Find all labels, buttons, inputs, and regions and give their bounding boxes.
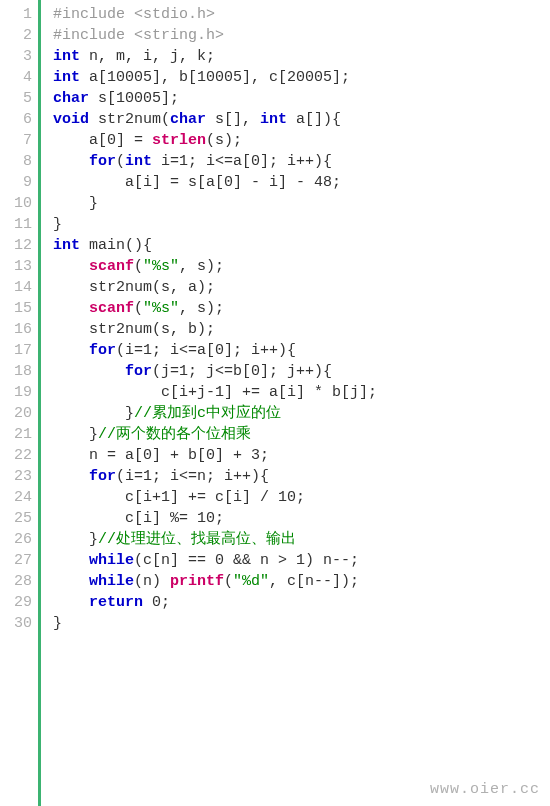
code-line: while(c[n] == 0 && n > 1) n--; — [53, 550, 550, 571]
code-line: return 0; — [53, 592, 550, 613]
code-area: #include <stdio.h>#include <string.h>int… — [41, 0, 550, 806]
token-p — [53, 342, 89, 359]
line-number: 5 — [0, 88, 32, 109]
token-p: main(){ — [80, 237, 152, 254]
code-line: scanf("%s", s); — [53, 298, 550, 319]
token-p: } — [53, 216, 62, 233]
line-number: 9 — [0, 172, 32, 193]
line-number: 25 — [0, 508, 32, 529]
line-number: 6 — [0, 109, 32, 130]
token-cmt: //累加到c中对应的位 — [134, 405, 281, 422]
line-number: 23 — [0, 466, 32, 487]
code-line: for(j=1; j<=b[0]; j++){ — [53, 361, 550, 382]
code-line: int a[10005], b[10005], c[20005]; — [53, 67, 550, 88]
token-p: s[], — [206, 111, 260, 128]
token-p: c[i] %= 10; — [53, 510, 224, 527]
watermark: www.oier.cc — [430, 779, 540, 800]
line-number: 15 — [0, 298, 32, 319]
code-line: #include <stdio.h> — [53, 4, 550, 25]
code-line: scanf("%s", s); — [53, 256, 550, 277]
token-str: "%d" — [233, 573, 269, 590]
line-number: 20 — [0, 403, 32, 424]
line-number: 29 — [0, 592, 32, 613]
token-kw: for — [89, 153, 116, 170]
code-line: c[i+1] += c[i] / 10; — [53, 487, 550, 508]
token-pp: #include <string.h> — [53, 27, 224, 44]
code-line: void str2num(char s[], int a[]){ — [53, 109, 550, 130]
token-str: "%s" — [143, 258, 179, 275]
line-number: 11 — [0, 214, 32, 235]
token-kw: for — [89, 468, 116, 485]
code-line: }//累加到c中对应的位 — [53, 403, 550, 424]
token-kw: int — [260, 111, 287, 128]
line-number: 27 — [0, 550, 32, 571]
code-editor: 1234567891011121314151617181920212223242… — [0, 0, 550, 806]
line-number: 19 — [0, 382, 32, 403]
token-lib: printf — [170, 573, 224, 590]
code-line: }//处理进位、找最高位、输出 — [53, 529, 550, 550]
token-p: (c[n] == 0 && n > 1) n--; — [134, 552, 359, 569]
code-line: } — [53, 193, 550, 214]
code-line: for(i=1; i<=a[0]; i++){ — [53, 340, 550, 361]
code-line: char s[10005]; — [53, 88, 550, 109]
token-p: ( — [134, 300, 143, 317]
line-number: 7 — [0, 130, 32, 151]
token-p — [53, 594, 89, 611]
code-line: n = a[0] + b[0] + 3; — [53, 445, 550, 466]
token-p: c[i+j-1] += a[i] * b[j]; — [53, 384, 377, 401]
token-p: 0; — [143, 594, 170, 611]
token-kw: int — [53, 237, 80, 254]
code-line: int main(){ — [53, 235, 550, 256]
token-kw: while — [89, 573, 134, 590]
line-number: 10 — [0, 193, 32, 214]
token-p: str2num(s, b); — [53, 321, 215, 338]
line-number-gutter: 1234567891011121314151617181920212223242… — [0, 0, 38, 806]
token-p: a[]){ — [287, 111, 341, 128]
line-number: 4 — [0, 67, 32, 88]
line-number: 18 — [0, 361, 32, 382]
token-p: ( — [116, 153, 125, 170]
token-str: "%s" — [143, 300, 179, 317]
token-p: ( — [134, 258, 143, 275]
line-number: 26 — [0, 529, 32, 550]
token-p: (s); — [206, 132, 242, 149]
token-cmt: //两个数的各个位相乘 — [98, 426, 251, 443]
line-number: 1 — [0, 4, 32, 25]
token-p — [53, 300, 89, 317]
line-number: 24 — [0, 487, 32, 508]
code-line: } — [53, 214, 550, 235]
token-p — [53, 552, 89, 569]
code-line: for(i=1; i<=n; i++){ — [53, 466, 550, 487]
token-p — [53, 258, 89, 275]
token-kw: int — [53, 69, 80, 86]
token-p: s[10005]; — [89, 90, 179, 107]
token-p: (n) — [134, 573, 170, 590]
token-p — [53, 153, 89, 170]
token-kw: void — [53, 111, 89, 128]
line-number: 8 — [0, 151, 32, 172]
token-p: } — [53, 405, 134, 422]
code-line: str2num(s, b); — [53, 319, 550, 340]
token-p: i=1; i<=a[0]; i++){ — [152, 153, 332, 170]
token-p: a[i] = s[a[0] - i] - 48; — [53, 174, 341, 191]
line-number: 14 — [0, 277, 32, 298]
token-p: } — [53, 195, 98, 212]
code-line: #include <string.h> — [53, 25, 550, 46]
line-number: 22 — [0, 445, 32, 466]
token-p: } — [53, 615, 62, 632]
token-kw: char — [53, 90, 89, 107]
token-p: } — [53, 531, 98, 548]
token-kw: for — [125, 363, 152, 380]
line-number: 16 — [0, 319, 32, 340]
line-number: 3 — [0, 46, 32, 67]
code-line: a[0] = strlen(s); — [53, 130, 550, 151]
token-p — [53, 363, 125, 380]
token-p: a[0] = — [53, 132, 152, 149]
code-line: c[i+j-1] += a[i] * b[j]; — [53, 382, 550, 403]
token-kw: return — [89, 594, 143, 611]
token-p: , c[n--]); — [269, 573, 359, 590]
line-number: 21 — [0, 424, 32, 445]
code-line: a[i] = s[a[0] - i] - 48; — [53, 172, 550, 193]
line-number: 28 — [0, 571, 32, 592]
token-p: (j=1; j<=b[0]; j++){ — [152, 363, 332, 380]
